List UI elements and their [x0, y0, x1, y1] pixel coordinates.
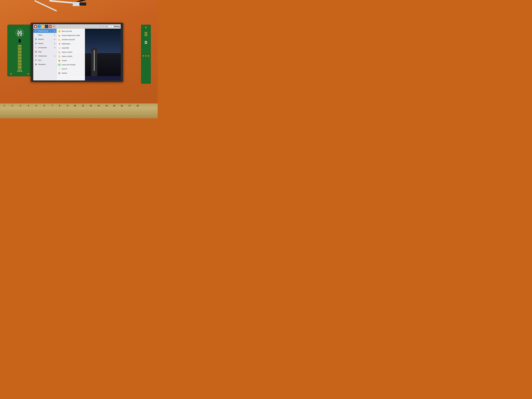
taskbar-globe-icon[interactable]: 🌐 [38, 25, 41, 28]
screw-hole [145, 26, 147, 28]
submenu-mathematica[interactable]: ✱ Mathematica [57, 42, 85, 46]
submenu-wolfram[interactable]: 🐺 Wolfram [57, 71, 85, 75]
nodered-icon: ⬡ [58, 47, 61, 50]
ruler-num-10: 10 [74, 105, 76, 107]
submenu-python3[interactable]: 🐍 Python 3 (IDLE) [57, 54, 85, 58]
scratch-label: Scratch [62, 60, 67, 62]
ruler-num-3: 3 [20, 105, 21, 107]
volume-bar: 0 % [108, 25, 113, 27]
menu-item-preferences[interactable]: ☰ Preferences ▶ [33, 54, 57, 58]
usb-connector [73, 2, 80, 6]
bluej-label: BlueJ Java IDE [62, 30, 72, 32]
eject-icon[interactable]: ⏏ [118, 25, 120, 27]
ruler-num-15: 15 [113, 105, 115, 107]
clock: 14:36 [114, 26, 118, 27]
svg-point-7 [19, 32, 21, 34]
submenu-bluej[interactable]: B BlueJ Java IDE [57, 29, 85, 33]
svg-point-3 [17, 32, 19, 34]
preferences-icon: ☰ [34, 55, 37, 57]
taskbar-terminal-icon[interactable]: >_ [45, 25, 48, 28]
connector [145, 41, 147, 42]
ruler-num-7: 7 [52, 105, 53, 107]
svg-point-6 [20, 34, 22, 36]
menu-item-internet[interactable]: 🌐 Internet ▶ [33, 37, 57, 41]
volume-icon[interactable]: 🔊 [105, 25, 108, 28]
geany-icon: 🐆 [58, 34, 61, 37]
menu-item-shutdown[interactable]: ⏻ Shutdown... [33, 62, 57, 66]
games-icon: 👾 [34, 42, 37, 45]
menu-item-accessories[interactable]: 🔧 Accessories ▶ [33, 45, 57, 50]
taskbar-app-icon[interactable]: ✱ [49, 25, 52, 28]
menu-item-help[interactable]: 🛟 Help [33, 50, 57, 54]
svg-point-2 [20, 30, 22, 32]
ruler-num-12: 12 [90, 105, 92, 107]
taskbar-wolf-icon[interactable]: 🐺 [52, 25, 56, 28]
menu-item-run[interactable]: ✉ Run... [33, 58, 57, 62]
ruler-num-1: 1 [4, 105, 5, 107]
internet-label: Internet [38, 38, 54, 40]
scratch-icon: 🐱 [58, 59, 61, 62]
svg-point-4 [21, 32, 22, 34]
python2-label: Python 2 (IDLE) [62, 51, 72, 53]
lcd-housing: 🌐 📁 >_ ✱ 🐺 ✱ ✗ 🔊 0 % 14:36 ⏏ [31, 23, 123, 82]
raspberry-menu-icon[interactable] [34, 25, 37, 28]
wolfram-label: Wolfram [62, 72, 67, 74]
python3-icon: 🐍 [58, 55, 61, 58]
ruler-num-4: 4 [28, 105, 29, 107]
svg-point-1 [18, 30, 19, 32]
volume-value: 0 % [110, 26, 112, 27]
taskbar: 🌐 📁 >_ ✱ 🐺 ✱ ✗ 🔊 0 % 14:36 ⏏ [33, 24, 121, 29]
wolfram-icon: 🐺 [58, 72, 61, 75]
taskbar-folder-icon[interactable]: 📁 [41, 25, 44, 28]
submenu-scratch[interactable]: 🐱 Scratch [57, 58, 85, 63]
menu-item-office[interactable]: 📄 Office ▶ [33, 33, 57, 37]
sonic-label: Sonic Pi [62, 68, 67, 70]
geany-label: Geany Programmer's Editor [62, 35, 80, 36]
desktop: {} Programming ▶ 📄 Office ▶ 🌐 Internet [33, 29, 121, 80]
component [19, 70, 20, 72]
submenu-sonic[interactable]: ♫ Sonic Pi [57, 67, 85, 71]
internet-icon: 🌐 [34, 38, 37, 40]
rpi-logo [15, 29, 24, 37]
menu-left-panel: {} Programming ▶ 📄 Office ▶ 🌐 Internet [33, 29, 57, 80]
usb-plug [79, 2, 86, 6]
screw-hole [10, 73, 12, 75]
component [21, 70, 22, 72]
ruler-num-13: 13 [98, 105, 100, 107]
mathematica-label: Mathematica [62, 43, 70, 45]
screw-hole [27, 73, 29, 75]
ruler-num-6: 6 [44, 105, 45, 107]
menu-item-games[interactable]: 👾 Games ▶ [33, 41, 57, 45]
submenu-nodered[interactable]: ⬡ Node-RED [57, 46, 85, 50]
taskbar-icons: 🌐 📁 >_ ✱ 🐺 [33, 25, 56, 28]
ruler: 1 2 3 4 5 6 7 8 9 10 11 12 13 14 15 16 1… [0, 103, 158, 118]
screw-hole [142, 55, 144, 57]
sense-icon: HAT [58, 63, 61, 66]
submenu-sense[interactable]: HAT Sense HAT Emulator [57, 63, 85, 67]
ruler-markings: 1 2 3 4 5 6 7 8 9 10 11 12 13 14 15 16 1… [0, 104, 158, 111]
taskbar-right: ✱ ✗ 🔊 0 % 14:36 ⏏ [100, 25, 121, 28]
submenu-greenfoot[interactable]: 🦶 Greenfoot Java IDE [57, 38, 85, 42]
help-label: Help [38, 51, 55, 53]
ruler-num-11: 11 [82, 105, 84, 107]
ruler-num-18: 18 [136, 105, 139, 107]
connector [145, 43, 147, 44]
accessories-icon: 🔧 [34, 46, 37, 49]
arrow-icon: ▶ [54, 38, 55, 40]
svg-point-13 [35, 27, 36, 27]
submenu-python2[interactable]: 🐍 Python 2 (IDLE) [57, 50, 85, 54]
submenu-geany[interactable]: 🐆 Geany Programmer's Editor [57, 33, 85, 38]
start-menu: {} Programming ▶ 📄 Office ▶ 🌐 Internet [33, 29, 85, 80]
arrow-icon: ▶ [54, 30, 55, 32]
arrow-icon: ▶ [54, 47, 55, 48]
office-icon: 📄 [34, 34, 37, 36]
svg-point-5 [18, 34, 19, 36]
shutdown-label: Shutdown... [38, 63, 55, 65]
raspberry-pi-board [7, 25, 32, 76]
office-label: Office [38, 34, 54, 36]
games-label: Games [38, 43, 54, 44]
pin [145, 35, 146, 36]
ruler-num-8: 8 [59, 105, 60, 107]
bluetooth-icon: ✱ [100, 25, 102, 28]
menu-item-programming[interactable]: {} Programming ▶ [33, 29, 57, 33]
